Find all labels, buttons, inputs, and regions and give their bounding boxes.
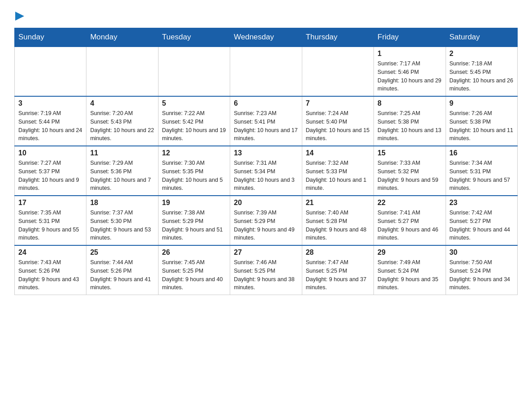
day-number: 6 (234, 99, 298, 107)
day-number: 18 (90, 199, 154, 207)
day-info: Sunrise: 7:23 AMSunset: 5:41 PMDaylight:… (234, 109, 298, 143)
day-number: 13 (234, 149, 298, 157)
day-info: Sunrise: 7:33 AMSunset: 5:32 PMDaylight:… (378, 159, 442, 193)
day-number: 7 (306, 99, 370, 107)
day-info: Sunrise: 7:26 AMSunset: 5:38 PMDaylight:… (450, 109, 514, 143)
weekday-header-wednesday: Wednesday (230, 28, 302, 47)
weekday-header-monday: Monday (86, 28, 158, 47)
calendar-cell-2-7: 9Sunrise: 7:26 AMSunset: 5:38 PMDaylight… (446, 96, 517, 146)
day-number: 23 (450, 199, 514, 207)
calendar-cell-3-4: 13Sunrise: 7:31 AMSunset: 5:34 PMDayligh… (230, 146, 302, 196)
calendar-cell-2-1: 3Sunrise: 7:19 AMSunset: 5:44 PMDaylight… (15, 96, 86, 146)
calendar-cell-3-3: 12Sunrise: 7:30 AMSunset: 5:35 PMDayligh… (158, 146, 230, 196)
day-number: 11 (90, 149, 154, 157)
calendar-cell-1-1 (15, 47, 86, 96)
weekday-header-saturday: Saturday (446, 28, 517, 47)
day-info: Sunrise: 7:19 AMSunset: 5:44 PMDaylight:… (18, 109, 82, 143)
day-info: Sunrise: 7:31 AMSunset: 5:34 PMDaylight:… (234, 159, 298, 193)
day-info: Sunrise: 7:34 AMSunset: 5:31 PMDaylight:… (450, 159, 514, 193)
calendar-cell-4-6: 22Sunrise: 7:41 AMSunset: 5:27 PMDayligh… (374, 196, 446, 245)
calendar-cell-1-5 (302, 47, 373, 96)
calendar-cell-1-7: 2Sunrise: 7:18 AMSunset: 5:45 PMDaylight… (446, 47, 517, 96)
day-info: Sunrise: 7:20 AMSunset: 5:43 PMDaylight:… (90, 109, 154, 143)
day-number: 5 (162, 99, 226, 107)
calendar-week-1: 1Sunrise: 7:17 AMSunset: 5:46 PMDaylight… (15, 47, 518, 96)
day-info: Sunrise: 7:17 AMSunset: 5:46 PMDaylight:… (378, 60, 442, 93)
calendar-cell-2-6: 8Sunrise: 7:25 AMSunset: 5:38 PMDaylight… (374, 96, 446, 146)
day-number: 1 (378, 50, 442, 58)
day-info: Sunrise: 7:27 AMSunset: 5:37 PMDaylight:… (18, 159, 82, 193)
logo (14, 11, 24, 21)
calendar-cell-4-4: 20Sunrise: 7:39 AMSunset: 5:29 PMDayligh… (230, 196, 302, 245)
day-number: 19 (162, 199, 226, 207)
day-info: Sunrise: 7:49 AMSunset: 5:24 PMDaylight:… (378, 258, 442, 292)
day-info: Sunrise: 7:42 AMSunset: 5:27 PMDaylight:… (450, 209, 514, 242)
calendar-table: SundayMondayTuesdayWednesdayThursdayFrid… (14, 28, 518, 295)
day-info: Sunrise: 7:24 AMSunset: 5:40 PMDaylight:… (306, 109, 370, 143)
day-info: Sunrise: 7:45 AMSunset: 5:25 PMDaylight:… (162, 258, 226, 292)
day-info: Sunrise: 7:40 AMSunset: 5:28 PMDaylight:… (306, 209, 370, 242)
calendar-cell-1-6: 1Sunrise: 7:17 AMSunset: 5:46 PMDaylight… (374, 47, 446, 96)
calendar-cell-3-7: 16Sunrise: 7:34 AMSunset: 5:31 PMDayligh… (446, 146, 517, 196)
day-number: 8 (378, 99, 442, 107)
calendar-week-4: 17Sunrise: 7:35 AMSunset: 5:31 PMDayligh… (15, 196, 518, 245)
day-number: 22 (378, 199, 442, 207)
calendar-cell-3-1: 10Sunrise: 7:27 AMSunset: 5:37 PMDayligh… (15, 146, 86, 196)
calendar-cell-4-5: 21Sunrise: 7:40 AMSunset: 5:28 PMDayligh… (302, 196, 373, 245)
calendar-cell-5-2: 25Sunrise: 7:44 AMSunset: 5:26 PMDayligh… (86, 245, 158, 295)
logo-triangle-icon (15, 12, 24, 21)
day-number: 17 (18, 199, 82, 207)
header (14, 11, 518, 21)
day-info: Sunrise: 7:47 AMSunset: 5:25 PMDaylight:… (306, 258, 370, 292)
calendar-cell-5-7: 30Sunrise: 7:50 AMSunset: 5:24 PMDayligh… (446, 245, 517, 295)
day-number: 16 (450, 149, 514, 157)
day-info: Sunrise: 7:39 AMSunset: 5:29 PMDaylight:… (234, 209, 298, 242)
day-number: 12 (162, 149, 226, 157)
calendar-cell-5-1: 24Sunrise: 7:43 AMSunset: 5:26 PMDayligh… (15, 245, 86, 295)
day-info: Sunrise: 7:44 AMSunset: 5:26 PMDaylight:… (90, 258, 154, 292)
day-number: 25 (90, 248, 154, 257)
calendar-cell-4-3: 19Sunrise: 7:38 AMSunset: 5:29 PMDayligh… (158, 196, 230, 245)
day-number: 10 (18, 149, 82, 157)
calendar-week-3: 10Sunrise: 7:27 AMSunset: 5:37 PMDayligh… (15, 146, 518, 196)
day-number: 26 (162, 248, 226, 257)
weekday-header-thursday: Thursday (302, 28, 373, 47)
weekday-header-friday: Friday (374, 28, 446, 47)
weekday-header-tuesday: Tuesday (158, 28, 230, 47)
calendar-cell-2-4: 6Sunrise: 7:23 AMSunset: 5:41 PMDaylight… (230, 96, 302, 146)
calendar-cell-2-3: 5Sunrise: 7:22 AMSunset: 5:42 PMDaylight… (158, 96, 230, 146)
day-info: Sunrise: 7:30 AMSunset: 5:35 PMDaylight:… (162, 159, 226, 193)
day-info: Sunrise: 7:22 AMSunset: 5:42 PMDaylight:… (162, 109, 226, 143)
day-info: Sunrise: 7:43 AMSunset: 5:26 PMDaylight:… (18, 258, 82, 292)
calendar-cell-1-4 (230, 47, 302, 96)
day-info: Sunrise: 7:32 AMSunset: 5:33 PMDaylight:… (306, 159, 370, 193)
day-info: Sunrise: 7:41 AMSunset: 5:27 PMDaylight:… (378, 209, 442, 242)
day-info: Sunrise: 7:38 AMSunset: 5:29 PMDaylight:… (162, 209, 226, 242)
calendar-week-5: 24Sunrise: 7:43 AMSunset: 5:26 PMDayligh… (15, 245, 518, 295)
calendar-cell-1-3 (158, 47, 230, 96)
calendar-cell-1-2 (86, 47, 158, 96)
day-number: 27 (234, 248, 298, 257)
calendar-cell-2-5: 7Sunrise: 7:24 AMSunset: 5:40 PMDaylight… (302, 96, 373, 146)
day-number: 29 (378, 248, 442, 257)
day-info: Sunrise: 7:35 AMSunset: 5:31 PMDaylight:… (18, 209, 82, 242)
weekday-header-row: SundayMondayTuesdayWednesdayThursdayFrid… (15, 28, 518, 47)
calendar-cell-5-5: 28Sunrise: 7:47 AMSunset: 5:25 PMDayligh… (302, 245, 373, 295)
day-info: Sunrise: 7:29 AMSunset: 5:36 PMDaylight:… (90, 159, 154, 193)
calendar-cell-5-6: 29Sunrise: 7:49 AMSunset: 5:24 PMDayligh… (374, 245, 446, 295)
calendar-cell-5-4: 27Sunrise: 7:46 AMSunset: 5:25 PMDayligh… (230, 245, 302, 295)
day-number: 21 (306, 199, 370, 207)
day-number: 9 (450, 99, 514, 107)
calendar-cell-2-2: 4Sunrise: 7:20 AMSunset: 5:43 PMDaylight… (86, 96, 158, 146)
calendar-cell-3-2: 11Sunrise: 7:29 AMSunset: 5:36 PMDayligh… (86, 146, 158, 196)
day-number: 14 (306, 149, 370, 157)
weekday-header-sunday: Sunday (15, 28, 86, 47)
day-number: 24 (18, 248, 82, 257)
day-number: 4 (90, 99, 154, 107)
day-info: Sunrise: 7:50 AMSunset: 5:24 PMDaylight:… (450, 258, 514, 292)
svg-marker-0 (15, 12, 24, 21)
day-number: 20 (234, 199, 298, 207)
day-number: 3 (18, 99, 82, 107)
calendar-cell-4-2: 18Sunrise: 7:37 AMSunset: 5:30 PMDayligh… (86, 196, 158, 245)
day-number: 2 (450, 50, 514, 58)
